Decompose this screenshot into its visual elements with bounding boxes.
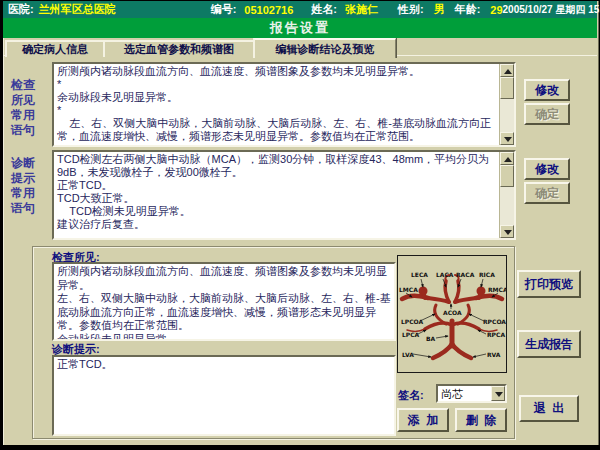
age-value: 29 (490, 4, 502, 16)
delete-button[interactable]: 删 除 (455, 408, 507, 432)
vessel-label-rva: RVA (487, 351, 501, 358)
generate-report-button[interactable]: 生成报告 (517, 330, 581, 358)
print-preview-button[interactable]: 打印预览 (517, 270, 581, 298)
vessel-diagram-svg: LECA LACA RACA RICA LMCA RMCA ACOA LPCOA… (398, 256, 506, 372)
patient-name-label: 姓名: (311, 2, 337, 17)
page-title: 报告设置 (270, 19, 330, 37)
scrollbar-thumb[interactable] (500, 165, 514, 187)
findings-report-textarea[interactable]: 所测颅内诸动脉段血流方向、血流速度、频谱图象及参数均未见明显异常。 左、右、双侧… (54, 264, 394, 339)
diagnosis-phrases-textarea[interactable]: TCD检测左右两侧大脑中动脉（MCA），监测30分钟，取样深度43、48mm，平… (54, 152, 514, 238)
tab-patient-info[interactable]: 确定病人信息 (5, 40, 104, 57)
scroll-down-icon[interactable] (500, 132, 514, 145)
chevron-down-icon[interactable] (491, 386, 505, 401)
patient-id-label: 编号: (211, 2, 237, 17)
diagnosis-confirm-button[interactable]: 确定 (524, 182, 570, 204)
findings-phrases-scrollbar[interactable] (499, 64, 514, 145)
gender-value: 男 (434, 2, 445, 17)
add-button[interactable]: 添 加 (397, 408, 449, 432)
tab-strip: 确定病人信息 选定血管参数和频谱图 编辑诊断结论及预览 (3, 38, 597, 56)
vessel-label-lmca: LMCA (399, 286, 418, 293)
scrollbar-thumb[interactable] (500, 77, 514, 99)
circle-of-willis-diagram: LECA LACA RACA RICA LMCA RMCA ACOA LPCOA… (397, 255, 507, 373)
findings-phrases-box: 所测颅内诸动脉段血流方向、血流速度、频谱图象及参数均未见明显异常。 * 余动脉段… (52, 62, 516, 147)
vessel-label-rmca: RMCA (488, 286, 506, 293)
vessel-label-lva: LVA (402, 351, 414, 358)
hospital-value: 兰州军区总医院 (39, 2, 116, 17)
diagnosis-report-box: 正常TCD。 (52, 355, 396, 436)
diagnosis-modify-button[interactable]: 修改 (524, 158, 570, 180)
scroll-down-icon[interactable] (500, 225, 514, 238)
vessel-label-acoa: ACOA (443, 309, 462, 316)
vessel-label-rpcoa: RPCOA (483, 318, 506, 325)
tab-vessel-params-label: 选定血管参数和频谱图 (124, 42, 234, 57)
datetime: 2005/10/27 星期四 15:48:20 (503, 3, 600, 17)
diagnosis-phrases-scrollbar[interactable] (499, 152, 514, 238)
tab-vessel-params[interactable]: 选定血管参数和频谱图 (103, 40, 254, 57)
findings-phrases-textarea[interactable]: 所测颅内诸动脉段血流方向、血流速度、频谱图象及参数均未见明显异常。 * 余动脉段… (54, 64, 514, 145)
diagnosis-report-textarea[interactable]: 正常TCD。 (54, 357, 394, 434)
exit-button[interactable]: 退 出 (519, 395, 579, 422)
vessel-label-leca: LECA (411, 271, 428, 278)
page-title-banner: 报告设置 (3, 18, 597, 38)
hospital-label: 医院: (8, 2, 34, 17)
vessel-label-rpca: RPCA (487, 331, 505, 338)
diagnosis-phrases-box: TCD检测左右两侧大脑中动脉（MCA），监测30分钟，取样深度43、48mm，平… (52, 150, 516, 240)
diagnosis-phrases-side-label: 诊断提示常用语句 (11, 156, 38, 216)
report-settings-window: 医院: 兰州军区总医院 编号: 05102716 姓名: 张施仁 性别: 男 年… (0, 0, 600, 450)
findings-report-box: 所测颅内诸动脉段血流方向、血流速度、频谱图象及参数均未见明显异常。 左、右、双侧… (52, 262, 396, 341)
vessel-label-laca: LACA (436, 271, 454, 278)
scroll-up-icon[interactable] (500, 152, 514, 165)
titlebar: 医院: 兰州军区总医院 编号: 05102716 姓名: 张施仁 性别: 男 年… (3, 1, 597, 18)
findings-phrases-side-label: 检查所见常用语句 (11, 78, 38, 138)
signature-dropdown[interactable]: 尚芯 (436, 384, 507, 403)
vessel-label-lpca: LPCA (402, 331, 420, 338)
findings-modify-button[interactable]: 修改 (524, 79, 570, 101)
signature-value: 尚芯 (441, 387, 463, 402)
patient-name-value: 张施仁 (345, 2, 378, 17)
tab-edit-conclusion[interactable]: 编辑诊断结论及预览 (253, 38, 396, 58)
scroll-up-icon[interactable] (500, 64, 514, 77)
vessel-label-raca: RACA (456, 271, 475, 278)
patient-id-value: 05102716 (244, 4, 293, 16)
age-label: 年龄: (455, 2, 481, 17)
vessel-label-rica: RICA (479, 271, 495, 278)
tab-patient-info-label: 确定病人信息 (22, 42, 88, 57)
findings-confirm-button[interactable]: 确定 (524, 103, 570, 125)
vessel-label-lpcoa: LPCOA (401, 318, 424, 325)
signature-label: 签名: (398, 388, 424, 403)
vessel-label-ba: BA (426, 335, 436, 342)
gender-label: 性别: (398, 2, 424, 17)
tab-edit-conclusion-label: 编辑诊断结论及预览 (276, 42, 375, 57)
